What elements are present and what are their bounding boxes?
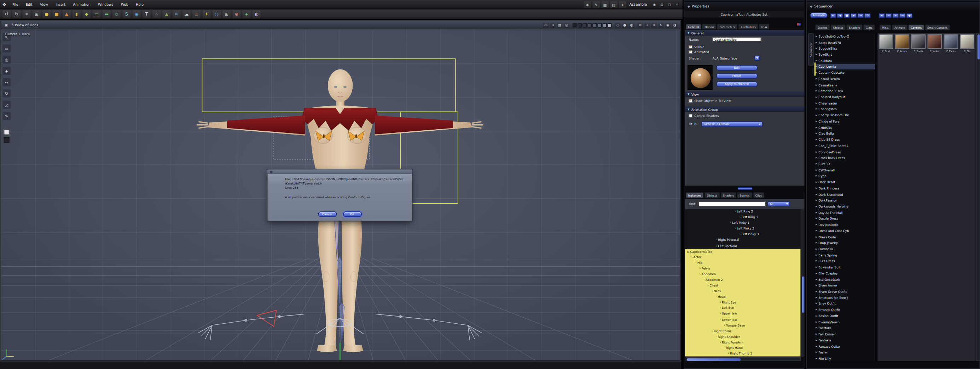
expander-icon[interactable]: ▶: [816, 138, 817, 141]
tree-row[interactable]: └ Chest: [685, 283, 801, 288]
eye-icon[interactable]: ◉: [651, 2, 657, 8]
shader-dropdown-button[interactable]: ▼: [754, 56, 760, 61]
expander-icon[interactable]: ▶: [816, 291, 817, 293]
expander-icon[interactable]: ▶: [816, 315, 817, 317]
expander-icon[interactable]: ▶: [816, 199, 817, 201]
splitter-handle[interactable]: [737, 187, 752, 190]
tree-horizontal-scrollbar[interactable]: [686, 357, 801, 361]
content-item[interactable]: ▶ CHRIS34: [815, 124, 875, 130]
paint-tool-icon[interactable]: ✎: [3, 112, 11, 120]
delete-icon[interactable]: ✕: [22, 10, 31, 18]
content-item[interactable]: ▶ Dark Heart: [815, 179, 875, 185]
edit-shader-button[interactable]: Edit: [716, 65, 757, 70]
viewport-title-bar[interactable]: ▣ 3DView of Doc1 ▭∪▦◎ ◌●◐ ↺+⇕↻◉◑: [2, 21, 680, 29]
insert-cube-icon[interactable]: ■: [52, 10, 60, 18]
expander-icon[interactable]: ▶: [816, 89, 817, 92]
insert-sphere-icon[interactable]: ●: [43, 10, 51, 18]
expander-icon[interactable]: ▶: [816, 248, 817, 250]
find-filter-dropdown[interactable]: All ▼: [767, 201, 790, 206]
render-mode-hidden-line[interactable]: [582, 23, 587, 27]
tree-row[interactable]: └ Right Hand: [685, 345, 801, 351]
list-thumbnail-divider[interactable]: [875, 33, 877, 361]
select-tool-icon[interactable]: ↖: [3, 33, 11, 42]
content-item[interactable]: ▶ Dumor3D: [815, 246, 875, 252]
content-item[interactable]: ▶ Childe of Fyre: [815, 118, 875, 124]
tree-row[interactable]: └ Right Pectoral: [685, 237, 801, 243]
thumbnail-cell[interactable]: C_Boots: [911, 34, 926, 53]
content-item[interactable]: ▶ Dress Code: [815, 234, 875, 240]
properties-header[interactable]: ◆ Properties: [684, 2, 804, 10]
expander-icon[interactable]: ▶: [816, 357, 817, 359]
sequencer-tab[interactable]: Objects: [830, 24, 846, 30]
content-item[interactable]: ▶ Easina Outfit: [815, 313, 875, 319]
apply-to-children-button[interactable]: Apply to children: [716, 81, 757, 87]
content-item[interactable]: ▶ Dazzle Dress: [815, 216, 875, 222]
scrollbar-thumb[interactable]: [802, 276, 804, 313]
content-item[interactable]: ▶ Ciao Bella: [815, 130, 875, 136]
expander-icon[interactable]: ▶: [816, 169, 817, 171]
expander-icon[interactable]: ▶: [816, 230, 817, 232]
insert-fire-icon[interactable]: ♨: [192, 10, 200, 18]
section-general[interactable]: ▼ General: [685, 30, 805, 36]
ok-button[interactable]: OK: [343, 211, 361, 217]
menu-item[interactable]: View: [36, 0, 52, 9]
expander-icon[interactable]: ▶: [816, 96, 817, 98]
stop-button[interactable]: ■: [844, 13, 850, 18]
animate-toggle[interactable]: Animate: [810, 13, 827, 18]
properties-tab[interactable]: Motion: [702, 24, 716, 29]
insert-cloud-icon[interactable]: ☁: [183, 10, 191, 18]
content-item[interactable]: ▶ Day At The Mall: [815, 209, 875, 215]
sequencer-tab[interactable]: Misc.: [879, 24, 891, 30]
insert-vertex-object-icon[interactable]: ◇: [113, 10, 121, 18]
thumbnail-image[interactable]: [943, 34, 958, 49]
expander-icon[interactable]: ▶: [816, 302, 817, 305]
expander-icon[interactable]: ▶: [816, 296, 817, 299]
insert-boolean-icon[interactable]: ◐: [253, 10, 261, 18]
content-item[interactable]: ▶ DarkPassion: [815, 197, 875, 203]
zoom-tool-icon[interactable]: ◎: [3, 56, 11, 64]
swatch-background[interactable]: [4, 137, 10, 143]
thumbnail-image[interactable]: [879, 34, 893, 49]
insert-particles-icon[interactable]: ∴: [153, 10, 161, 18]
section-animation-group[interactable]: ▼ Animation Group: [685, 106, 805, 112]
swatch-foreground[interactable]: [4, 129, 10, 135]
insert-cone-icon[interactable]: ▲: [63, 10, 71, 18]
fit-to-dropdown[interactable]: Genesis 2 Female ▼: [701, 121, 762, 127]
tree-row[interactable]: └ Left Pinky 2: [685, 226, 801, 232]
dolly-view-icon[interactable]: ⇕: [651, 22, 657, 28]
expander-icon[interactable]: ▶: [816, 260, 817, 262]
content-item[interactable]: ▶ Con_T_Shirt-Beat57: [815, 143, 875, 149]
tree-row[interactable]: └ Left Ring 3: [685, 215, 801, 220]
thumbnail-cell[interactable]: C_Armor: [894, 34, 910, 53]
content-item[interactable]: ▶ BowSkirt: [815, 51, 875, 58]
thumbnail-cell[interactable]: C_Jacket: [927, 34, 942, 53]
find-input[interactable]: [698, 201, 765, 206]
menu-item[interactable]: Edit: [22, 0, 36, 9]
menu-item[interactable]: Insert: [52, 0, 69, 9]
sequencer-scrollbar[interactable]: [976, 33, 980, 361]
browser-tab[interactable]: Sounds: [737, 192, 752, 198]
content-item[interactable]: ▶ Dark Sisterhood: [815, 191, 875, 197]
content-item[interactable]: ▶ Dark Princess: [815, 185, 875, 191]
thumbnail-image[interactable]: [895, 34, 910, 49]
render-mode-gouraud[interactable]: [592, 23, 597, 27]
thumbnail-cell[interactable]: C_Scyt: [878, 34, 894, 53]
sequencer-tab[interactable]: Clips: [863, 24, 875, 30]
expander-icon[interactable]: ▶: [816, 351, 817, 353]
room-model-icon[interactable]: ✎: [592, 1, 600, 8]
content-item[interactable]: ▶ Cyria: [815, 173, 875, 179]
content-item[interactable]: ▶ Catherine3678a: [815, 88, 875, 94]
content-item[interactable]: ▶ Elle_Cosplay: [815, 270, 875, 276]
content-item[interactable]: ▶ Dress and Coat-Cyb: [815, 228, 875, 234]
room-storyboard-icon[interactable]: ▤: [610, 1, 617, 8]
pan-view-icon[interactable]: +: [644, 22, 650, 28]
tree-row[interactable]: └ Head: [685, 294, 801, 300]
expander-icon[interactable]: ▶: [816, 174, 817, 177]
content-item[interactable]: ▶ Callidora: [815, 58, 875, 63]
content-item[interactable]: ▶ CWOverall: [815, 167, 875, 173]
expander-icon[interactable]: ▶: [816, 41, 817, 43]
content-item[interactable]: ▶ Cross-back Dress: [815, 155, 875, 161]
visible-checkbox[interactable]: ✓: [689, 45, 692, 49]
browser-tab[interactable]: Objects: [705, 192, 720, 198]
content-item[interactable]: ▶ Casual Denim: [815, 76, 875, 82]
